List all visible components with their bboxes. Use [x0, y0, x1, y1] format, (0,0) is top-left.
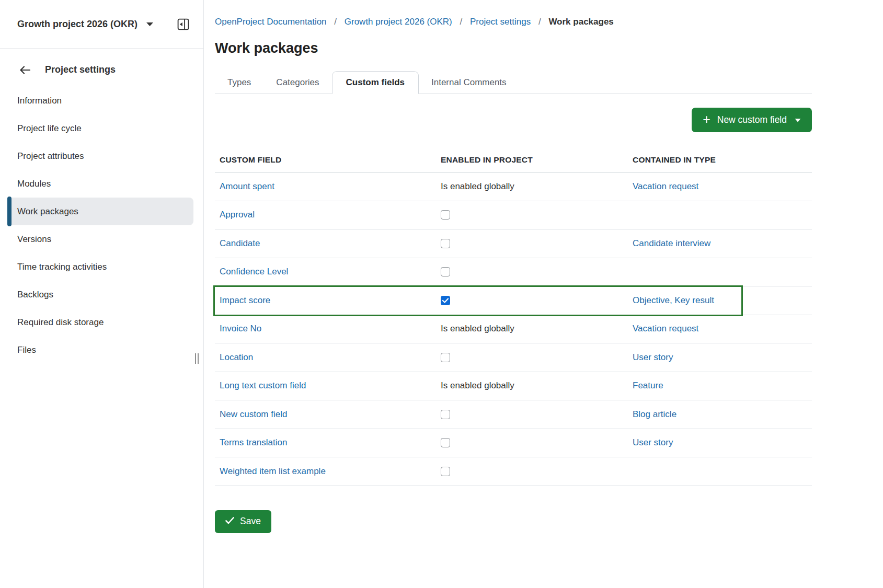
breadcrumb-separator: / — [334, 17, 337, 27]
sidebar-item-label: Versions — [17, 234, 51, 245]
table-row: LocationUser story — [215, 343, 812, 372]
contained-type-link[interactable]: Candidate interview — [633, 238, 710, 248]
sidebar-item-backlogs[interactable]: Backlogs — [0, 281, 203, 308]
contained-type-link[interactable]: Vacation request — [633, 181, 698, 191]
table-row: Long text custom fieldIs enabled globall… — [215, 372, 812, 401]
plus-icon: + — [703, 113, 710, 126]
sidebar-item-label: Time tracking activities — [17, 262, 107, 272]
enabled-checkbox[interactable] — [441, 467, 450, 476]
sidebar-item-label: Required disk storage — [17, 317, 104, 328]
project-switcher[interactable]: Growth project 2026 (OKR) — [0, 0, 203, 48]
sidebar-item-time-tracking-activities[interactable]: Time tracking activities — [0, 253, 203, 281]
table-row: Impact scoreObjective, Key result — [215, 286, 812, 315]
tab-types[interactable]: Types — [215, 72, 263, 94]
back-arrow-icon[interactable] — [19, 65, 31, 75]
contained-type-link[interactable]: User story — [633, 437, 673, 447]
tab-bar: TypesCategoriesCustom fieldsInternal Com… — [215, 68, 812, 94]
custom-field-link[interactable]: Long text custom field — [220, 381, 306, 390]
enabled-checkbox[interactable] — [441, 239, 450, 248]
table-row: Terms translationUser story — [215, 429, 812, 458]
sidebar-item-information[interactable]: Information — [0, 87, 203, 114]
table-row: CandidateCandidate interview — [215, 229, 812, 258]
enabled-checkbox[interactable] — [441, 438, 450, 447]
settings-back-row: Project settings — [0, 64, 203, 75]
contained-type-link[interactable]: Key result — [674, 295, 714, 305]
sidebar-item-project-attributes[interactable]: Project attributes — [0, 142, 203, 170]
custom-field-link[interactable]: Candidate — [220, 238, 260, 248]
tab-categories[interactable]: Categories — [263, 72, 331, 94]
enabled-checkbox[interactable] — [441, 353, 450, 362]
table-header-row: CUSTOM FIELD ENABLED IN PROJECT CONTAINE… — [215, 144, 812, 172]
sidebar-item-label: Project life cycle — [17, 123, 82, 134]
collapse-sidebar-icon[interactable] — [177, 18, 190, 31]
sidebar-item-label: Project attributes — [17, 151, 84, 162]
sidebar-item-work-packages[interactable]: Work packages — [7, 198, 193, 225]
table-row: New custom fieldBlog article — [215, 400, 812, 429]
contained-type-link[interactable]: Vacation request — [633, 324, 698, 333]
sidebar-item-label: Information — [17, 96, 62, 106]
sidebar: Growth project 2026 (OKR) Project settin… — [0, 0, 204, 588]
new-custom-field-button[interactable]: + New custom field — [692, 108, 812, 132]
tab-custom-fields[interactable]: Custom fields — [332, 71, 419, 94]
sidebar-item-files[interactable]: Files — [0, 336, 203, 364]
contained-type-link[interactable]: Objective — [633, 295, 670, 305]
sidebar-item-versions[interactable]: Versions — [0, 225, 203, 253]
sidebar-item-label: Files — [17, 345, 36, 355]
breadcrumb-separator: / — [460, 17, 462, 27]
custom-field-link[interactable]: Amount spent — [220, 181, 274, 191]
breadcrumb-separator: / — [538, 17, 541, 27]
custom-field-link[interactable]: Impact score — [220, 295, 270, 305]
enabled-globally-text: Is enabled globally — [441, 324, 514, 333]
table-body: Amount spentIs enabled globallyVacation … — [215, 172, 812, 486]
enabled-checkbox-checked[interactable] — [441, 296, 450, 305]
contained-type-link[interactable]: Feature — [633, 381, 663, 390]
custom-fields-table: CUSTOM FIELD ENABLED IN PROJECT CONTAINE… — [215, 144, 812, 486]
column-header-custom-field: CUSTOM FIELD — [215, 155, 441, 165]
table-row: Invoice NoIs enabled globallyVacation re… — [215, 315, 812, 344]
breadcrumb-link[interactable]: Project settings — [470, 17, 531, 27]
chevron-down-icon — [146, 21, 154, 27]
settings-heading: Project settings — [45, 64, 116, 75]
custom-field-link[interactable]: New custom field — [220, 409, 287, 419]
save-label: Save — [240, 516, 261, 527]
type-separator: , — [670, 295, 674, 305]
contained-type-link[interactable]: User story — [633, 352, 673, 362]
sidebar-item-project-life-cycle[interactable]: Project life cycle — [0, 114, 203, 142]
new-custom-field-label: New custom field — [717, 114, 787, 125]
sidebar-item-label: Backlogs — [17, 290, 53, 300]
table-row: Approval — [215, 201, 812, 230]
breadcrumb: OpenProject Documentation / Growth proje… — [215, 0, 812, 27]
custom-field-link[interactable]: Location — [220, 352, 253, 362]
enabled-checkbox[interactable] — [441, 410, 450, 419]
contained-type-link[interactable]: Blog article — [633, 409, 676, 419]
save-button[interactable]: Save — [215, 510, 271, 533]
sidebar-divider — [0, 48, 203, 49]
project-name: Growth project 2026 (OKR) — [17, 19, 137, 30]
sidebar-item-required-disk-storage[interactable]: Required disk storage — [0, 308, 203, 336]
main-area: OpenProject Documentation / Growth proje… — [204, 0, 883, 533]
enabled-globally-text: Is enabled globally — [441, 181, 514, 191]
check-icon — [225, 516, 234, 527]
custom-field-link[interactable]: Invoice No — [220, 324, 261, 333]
settings-menu: InformationProject life cycleProject att… — [0, 87, 203, 364]
custom-field-link[interactable]: Confidence Level — [220, 267, 288, 276]
table-row: Weighted item list example — [215, 457, 812, 486]
enabled-checkbox[interactable] — [441, 267, 450, 276]
active-item-accent-bar — [7, 197, 12, 226]
toolbar: + New custom field — [215, 108, 812, 132]
chevron-down-icon — [795, 118, 801, 122]
sidebar-item-modules[interactable]: Modules — [0, 170, 203, 198]
breadcrumb-link[interactable]: Growth project 2026 (OKR) — [345, 17, 452, 27]
custom-field-link[interactable]: Terms translation — [220, 437, 287, 447]
custom-field-link[interactable]: Weighted item list example — [220, 466, 326, 476]
sidebar-resize-handle[interactable] — [195, 353, 199, 364]
enabled-globally-text: Is enabled globally — [441, 381, 514, 390]
sidebar-item-label: Modules — [17, 179, 51, 189]
sidebar-item-label: Work packages — [17, 206, 78, 217]
custom-field-link[interactable]: Approval — [220, 210, 255, 220]
enabled-checkbox[interactable] — [441, 210, 450, 220]
table-row: Amount spentIs enabled globallyVacation … — [215, 172, 812, 201]
column-header-contained-in-type: CONTAINED IN TYPE — [633, 155, 812, 165]
breadcrumb-link[interactable]: OpenProject Documentation — [215, 17, 327, 27]
tab-internal-comments[interactable]: Internal Comments — [419, 72, 519, 94]
